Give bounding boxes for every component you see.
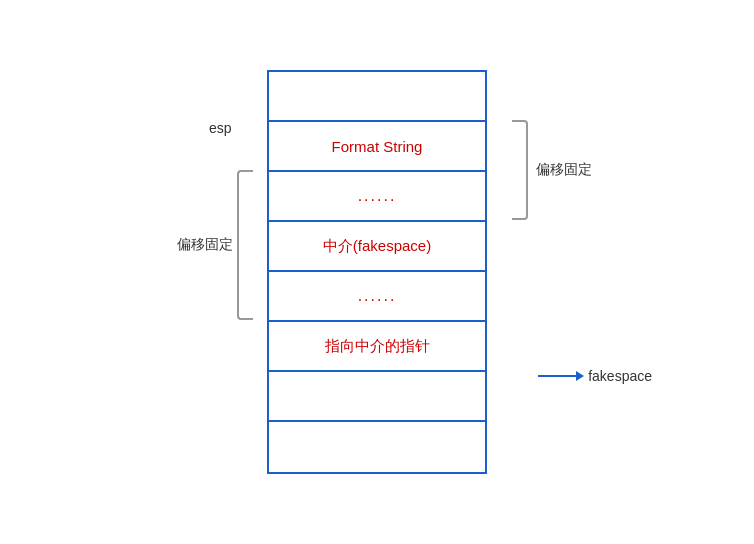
stack-cell-bottom1 — [269, 372, 485, 422]
left-brace-shape — [237, 170, 253, 320]
stack-cell-format-string: Format String — [269, 122, 485, 172]
right-brace-shape — [512, 120, 528, 220]
fakespace-arrow-container: fakespace — [538, 368, 652, 384]
fakespace-arrow-line — [538, 375, 578, 377]
stack-cell-dots1: ...... — [269, 172, 485, 222]
stack-cell-dots2: ...... — [269, 272, 485, 322]
stack: Format String ...... 中介(fakespace) .....… — [267, 70, 487, 474]
stack-wrapper: esp 偏移固定 Format String ...... 中介(fakespa… — [267, 70, 487, 474]
diagram-container: esp 偏移固定 Format String ...... 中介(fakespa… — [267, 70, 487, 474]
esp-label: esp — [209, 120, 232, 136]
left-brace-label: 偏移固定 — [177, 236, 233, 254]
right-brace-container: 偏移固定 — [512, 120, 592, 220]
fakespace-label: fakespace — [588, 368, 652, 384]
stack-cell-bottom2 — [269, 422, 485, 472]
stack-cell-pointer: 指向中介的指针 — [269, 322, 485, 372]
stack-cell-top — [269, 72, 485, 122]
right-brace-label: 偏移固定 — [536, 161, 592, 179]
left-brace-container: 偏移固定 — [177, 170, 253, 320]
stack-cell-fakespace: 中介(fakespace) — [269, 222, 485, 272]
